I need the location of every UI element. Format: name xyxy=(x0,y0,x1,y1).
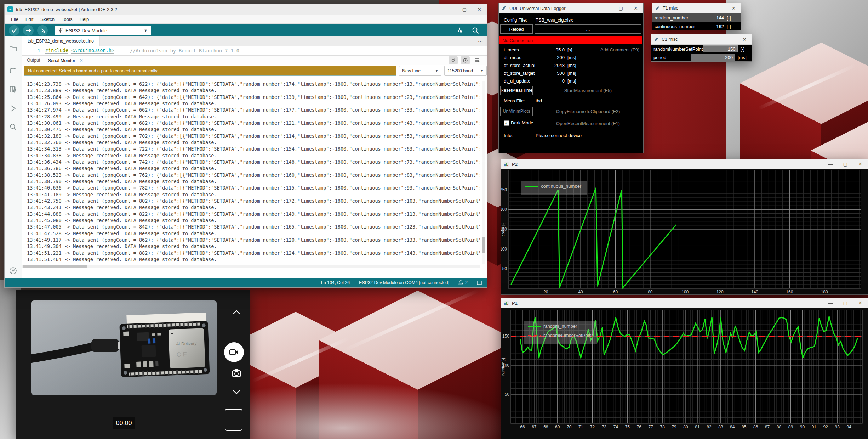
vertical-scrollbar[interactable] xyxy=(482,81,485,264)
x-tick-label: 87 xyxy=(765,424,770,429)
minimize-button[interactable]: — xyxy=(823,159,838,169)
chevron-down-icon[interactable] xyxy=(228,390,245,395)
c1-row-period: period200[ms] xyxy=(651,53,752,62)
close-button[interactable]: ✕ xyxy=(726,3,741,13)
ide-titlebar[interactable]: ∞ tsb_ESP32_demo_websocket | Arduino IDE… xyxy=(5,4,487,15)
baud-rate-dropdown[interactable]: 115200 baud▼ xyxy=(444,66,487,76)
chevron-up-icon[interactable] xyxy=(228,310,245,315)
close-button[interactable]: ✕ xyxy=(853,298,868,308)
close-button[interactable]: ✕ xyxy=(737,34,752,44)
tab-overflow-menu[interactable]: ... xyxy=(478,37,483,43)
serial-log-line: 13:41:23.738 -> Data sent (pongCount = 6… xyxy=(27,81,480,88)
panel-layout-icon[interactable] xyxy=(477,281,482,285)
upload-button[interactable] xyxy=(23,25,34,36)
timestamp-toggle-button[interactable] xyxy=(461,56,470,64)
udl-titlebar[interactable]: UDL Universal Data Logger — ▢ ✕ xyxy=(499,3,643,13)
t1-titlebar[interactable]: T1 misc ✕ xyxy=(652,3,741,13)
x-tick-label: 70 xyxy=(567,424,572,429)
copy-filename-button[interactable]: CopyFilenameToClipboard (F2) xyxy=(535,107,641,116)
sketchbook-folder-icon[interactable] xyxy=(9,44,17,52)
menu-file[interactable]: File xyxy=(8,16,21,23)
reset-meas-time-button[interactable]: ResetMeasTime xyxy=(500,86,533,95)
x-tick-label: 85 xyxy=(742,424,747,429)
scrollbar-thumb[interactable] xyxy=(482,237,485,253)
unminim-plots-button[interactable]: UnMinimPlots xyxy=(500,107,533,116)
search-icon[interactable] xyxy=(9,123,17,131)
maximize-button[interactable]: ▢ xyxy=(838,298,853,308)
menu-sketch[interactable]: Sketch xyxy=(38,16,57,23)
debug-panel-icon[interactable] xyxy=(9,105,17,112)
udl-param-unit: [ms] xyxy=(567,63,576,68)
code-editor-line[interactable]: 1 #include <ArduinoJson.h> //ArduinoJson… xyxy=(22,46,487,56)
p1-chart-canvas[interactable]: 6667686970717273747576777879808182838485… xyxy=(501,308,868,439)
arduino-ide-window: ∞ tsb_ESP32_demo_websocket | Arduino IDE… xyxy=(4,4,487,288)
line-ending-dropdown[interactable]: New Line▼ xyxy=(399,66,441,76)
minimize-button[interactable]: — xyxy=(823,298,838,308)
maximize-button[interactable]: ▢ xyxy=(838,159,853,169)
close-button[interactable]: ✕ xyxy=(628,3,643,13)
notifications-button[interactable]: 2 xyxy=(458,280,468,285)
horizontal-scrollbar[interactable] xyxy=(22,265,480,268)
boards-manager-icon[interactable] xyxy=(9,67,17,75)
minimize-button[interactable]: — xyxy=(599,3,613,13)
t1-row-random_number: random_number144[-] xyxy=(652,13,741,22)
x-tick-label: 91 xyxy=(812,424,817,429)
p2-chart-canvas[interactable]: 2040608010012014016018050100150200250con… xyxy=(501,169,868,294)
serial-log-line: 13:41:38.523 -> Data sent (pongCount = 7… xyxy=(27,172,480,179)
setting-input[interactable]: 200 xyxy=(691,54,735,61)
library-manager-icon[interactable] xyxy=(9,85,17,93)
start-measurement-button[interactable]: StartMeasurement (F5) xyxy=(535,86,641,95)
serial-log-line: 13:41:25.864 -> Data sent (pongCount = 6… xyxy=(27,94,480,101)
take-photo-button[interactable] xyxy=(228,369,245,377)
p1-titlebar[interactable]: P1 — ▢ ✕ xyxy=(501,298,868,308)
maximize-button[interactable]: ▢ xyxy=(613,3,628,13)
account-icon[interactable] xyxy=(9,267,17,275)
feather-icon xyxy=(502,6,507,11)
ide-activity-bar xyxy=(5,36,22,278)
maximize-button[interactable]: ▢ xyxy=(457,4,472,15)
wallpaper-fog xyxy=(227,383,517,439)
open-recent-button[interactable]: OpenRecentMeasurement (F1) xyxy=(535,119,641,128)
x-tick-label: 75 xyxy=(625,424,630,429)
verify-button[interactable] xyxy=(9,25,19,36)
serial-log-line: 13:41:41.189 -> Message received: DATA M… xyxy=(27,192,480,198)
tab-serial-monitor[interactable]: Serial Monitor ✕ xyxy=(48,58,83,63)
close-button[interactable]: ✕ xyxy=(472,4,487,15)
serial-monitor-icon[interactable] xyxy=(472,27,479,34)
dark-mode-checkbox[interactable]: ✓ xyxy=(504,120,509,126)
x-tick-label: 66 xyxy=(520,424,525,429)
browse-config-button[interactable]: ... xyxy=(535,24,641,34)
udl-window-title: UDL Universal Data Logger xyxy=(509,6,565,11)
scroll-to-bottom-button[interactable] xyxy=(449,56,458,64)
board-selector-dropdown[interactable]: ESP32 Dev Module ▼ xyxy=(55,26,151,35)
setting-input[interactable]: 150 xyxy=(703,45,737,52)
reload-button[interactable]: Reload xyxy=(500,24,533,34)
board-connection-status: ESP32 Dev Module on COM4 [not connected] xyxy=(359,280,449,285)
clear-output-button[interactable] xyxy=(473,56,482,64)
setting-name: randomNumberSetPoint xyxy=(653,46,703,52)
menu-edit[interactable]: Edit xyxy=(23,16,36,23)
y-tick-label: 250 xyxy=(501,187,507,192)
close-button[interactable]: ✕ xyxy=(853,159,868,169)
record-video-button[interactable] xyxy=(224,342,244,362)
c1-titlebar[interactable]: C1 misc ✕ xyxy=(651,34,752,45)
close-tab-icon[interactable]: ✕ xyxy=(79,58,83,63)
udl-param-unit: [s] xyxy=(567,47,572,52)
gallery-thumbnail-button[interactable] xyxy=(225,409,242,431)
x-tick-label: 94 xyxy=(846,424,851,429)
recording-timer: 00:00 xyxy=(113,417,135,429)
debug-button[interactable] xyxy=(37,25,48,36)
serial-plotter-icon[interactable] xyxy=(456,27,464,34)
tab-output[interactable]: Output xyxy=(27,58,40,63)
scrollbar-thumb[interactable] xyxy=(23,265,87,268)
menu-tools[interactable]: Tools xyxy=(59,16,75,23)
menu-help[interactable]: Help xyxy=(76,16,92,23)
udl-param-unit: [ms] xyxy=(567,78,576,84)
serial-monitor-log[interactable]: 13:41:23.738 -> Data sent (pongCount = 6… xyxy=(27,81,480,264)
add-comment-button[interactable]: Add Comment (F9) xyxy=(599,45,641,54)
file-tab[interactable]: tsb_ESP32_demo_websocket.ino xyxy=(22,36,100,46)
y-tick-label: 150 xyxy=(502,334,509,339)
minimize-button[interactable]: — xyxy=(442,4,457,15)
x-tick-label: 80 xyxy=(648,289,653,294)
p2-titlebar[interactable]: P2 — ▢ ✕ xyxy=(501,159,868,169)
